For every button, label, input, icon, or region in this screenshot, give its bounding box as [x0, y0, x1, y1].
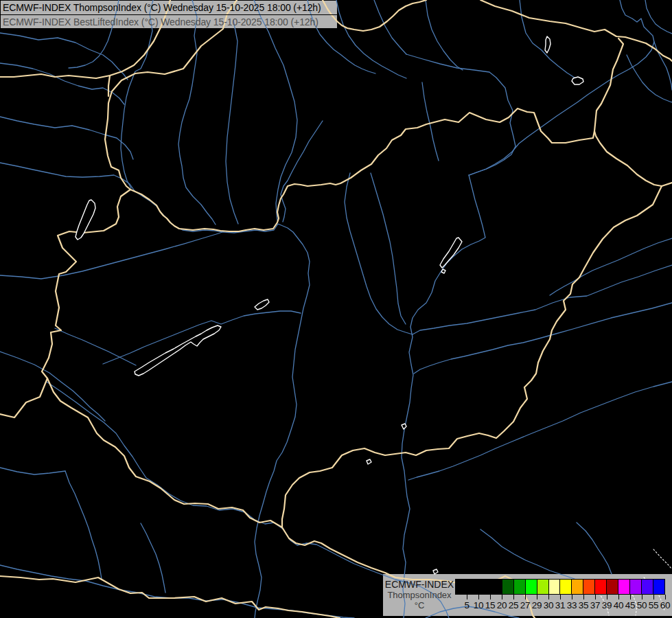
- scale-cell: [549, 580, 561, 594]
- lake-path: [76, 200, 95, 240]
- river-path: [141, 523, 165, 593]
- scale-tick-label: 37: [590, 600, 600, 610]
- title-panel: ECMWF-INDEX ThompsonIndex (°C) Wednesday…: [0, 0, 338, 29]
- river-path: [413, 265, 672, 334]
- scale-tick-label: 10: [474, 600, 483, 610]
- scale-tick: [478, 595, 479, 599]
- scale-cell: [618, 580, 630, 594]
- river-path: [336, 0, 406, 78]
- river-path: [402, 175, 485, 618]
- river-path: [645, 0, 672, 34]
- scale-tick-label: 33: [567, 600, 577, 610]
- river-path: [0, 468, 65, 474]
- scale-cell: [537, 580, 549, 594]
- border-path: [594, 131, 672, 186]
- legend-unit-label: °C: [384, 600, 454, 610]
- border-path: [594, 38, 623, 131]
- scale-tick: [502, 595, 502, 599]
- scale-cell: [595, 580, 607, 594]
- river-path: [550, 238, 672, 295]
- scale-tick-label: 31: [555, 600, 565, 610]
- scale-tick-label: 29: [532, 600, 542, 610]
- scale-tick: [642, 595, 642, 599]
- lake-path: [433, 569, 438, 574]
- river-path: [254, 0, 297, 220]
- weather-map-page: { "title": { "line1": "ECMWF-INDEX Thomp…: [0, 0, 672, 618]
- river-path: [422, 82, 439, 161]
- border-path: [108, 76, 110, 96]
- scale-tick: [525, 595, 526, 599]
- lake-path: [545, 36, 551, 53]
- border-path: [42, 190, 130, 378]
- river-path: [0, 33, 128, 80]
- river-path: [654, 42, 672, 90]
- scale-cell: [653, 580, 664, 594]
- river-path: [577, 523, 612, 574]
- map-title-line1: ECMWF-INDEX ThompsonIndex (°C) Wednesday…: [3, 1, 336, 14]
- scale-tick-label: 5: [464, 600, 469, 610]
- scale-tick-label: 45: [625, 600, 635, 610]
- river-path: [408, 382, 672, 480]
- border-path: [282, 433, 479, 527]
- river-path: [0, 163, 135, 191]
- scale-tick: [665, 595, 666, 599]
- scale-tick: [572, 595, 572, 599]
- river-path: [406, 54, 515, 175]
- lake-path: [367, 459, 371, 464]
- river-path: [0, 63, 124, 104]
- river-path: [520, 0, 582, 82]
- scale-tick-label: 60: [660, 600, 670, 610]
- lake-path: [440, 238, 462, 268]
- river-path: [371, 173, 406, 324]
- scale-cell: [502, 580, 514, 594]
- map-title-line2: ECMWF-INDEX BestLiftedIndex (°C) Wednesd…: [3, 15, 336, 29]
- scale-tick: [548, 595, 549, 599]
- scale-cell: [467, 580, 479, 594]
- scale-tick: [595, 595, 596, 599]
- scale-cell: [560, 580, 572, 594]
- river-path: [226, 21, 238, 224]
- river-path: [0, 231, 224, 279]
- scale-tick-label: 55: [649, 600, 658, 610]
- river-path: [345, 173, 413, 334]
- scale-cell: [630, 580, 642, 594]
- scale-tick-label: 40: [614, 600, 623, 610]
- scale-tick-label: 50: [637, 600, 647, 610]
- border-path: [0, 576, 340, 618]
- river-path: [426, 0, 463, 70]
- scale-tick-label: 35: [579, 600, 588, 610]
- border-path: [130, 108, 594, 231]
- scale-cell: [583, 580, 595, 594]
- color-scale: [455, 579, 665, 595]
- scale-cell: [607, 580, 618, 594]
- dotted-path: [653, 549, 672, 569]
- scale-tick-label: 15: [485, 600, 495, 610]
- scale-tick: [607, 595, 607, 599]
- border-path: [0, 378, 47, 417]
- scale-tick-label: 39: [602, 600, 612, 610]
- scale-cell: [491, 580, 502, 594]
- river-path: [414, 303, 672, 374]
- lake-path: [255, 299, 269, 310]
- scale-tick: [490, 595, 491, 599]
- border-path: [323, 0, 426, 31]
- river-path: [55, 328, 136, 365]
- lake-path: [572, 77, 583, 84]
- river-path: [480, 529, 575, 579]
- river-path: [374, 0, 406, 54]
- river-path: [0, 117, 133, 159]
- scale-cell: [479, 580, 491, 594]
- scale-tick: [618, 595, 619, 599]
- scale-tick: [653, 595, 654, 599]
- scale-cell: [526, 580, 537, 594]
- river-path: [135, 191, 310, 618]
- river-path: [0, 565, 354, 618]
- scale-tick: [467, 595, 467, 599]
- legend-parameter-label: ThompsonIndex: [384, 590, 454, 600]
- scale-tick: [583, 595, 584, 599]
- legend-product-label: ECMWF-INDEX: [384, 579, 454, 590]
- river-path: [103, 311, 301, 364]
- scale-tick: [630, 595, 631, 599]
- river-path: [469, 0, 654, 175]
- river-path: [65, 471, 102, 579]
